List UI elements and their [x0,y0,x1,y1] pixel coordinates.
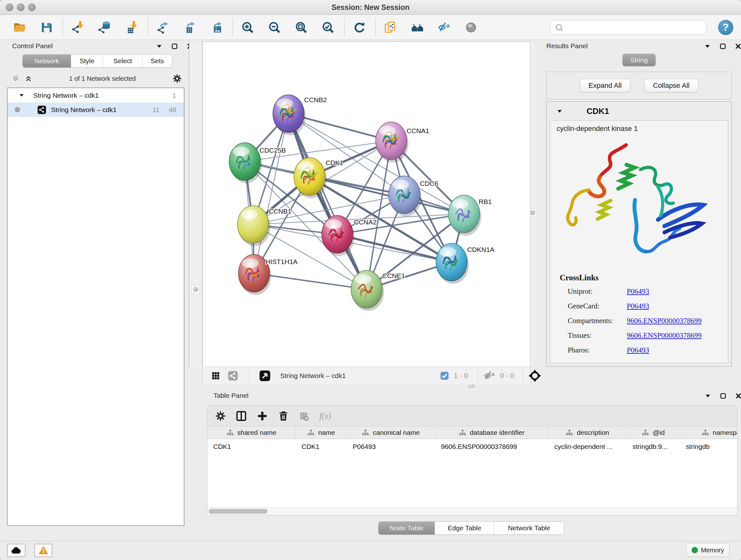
table-cell: P06493 [347,443,435,450]
hidden-count: 0 - 0 [500,367,514,384]
control-panel-collapse-icon[interactable] [156,43,163,50]
tab-edge-table[interactable]: Edge Table [435,522,494,535]
import-network-from-file-button[interactable] [69,18,87,37]
network-view-canvas[interactable]: CCNB2 CCNA1 CDC25B CDK1 CDC6 RB1 CCNB1 C… [202,42,530,367]
memory-button[interactable]: Memory [686,543,730,557]
tab-node-table[interactable]: Node Table [379,522,435,535]
crosslink-link[interactable]: 9606.ENSP00000378699 [627,317,702,325]
memory-label: Memory [701,547,724,554]
tasks-cloud-button[interactable] [7,544,25,557]
search-icon [555,23,564,33]
tab-style[interactable]: Style [71,55,103,67]
gene-collapse-triangle-icon[interactable] [556,108,563,115]
edge-CCNB2-CCNE1[interactable] [288,114,367,289]
import-table-from-file-button[interactable] [123,18,140,37]
node-table: f(x) shared namenamecanonical namedataba… [207,406,738,515]
expand-all-button[interactable]: Expand All [580,79,630,92]
zoom-fit-content-button[interactable] [292,18,310,37]
results-panel-title: Results Panel [546,42,588,50]
results-actions-box: Expand All Collapse All [546,72,732,99]
node-CCNB1[interactable]: CCNB1 [238,206,291,246]
node-CDC6[interactable]: CDC6 [389,176,438,216]
tab-string[interactable]: String [623,54,656,66]
collapse-all-button[interactable]: Collapse All [644,79,698,92]
zoom-out-button[interactable] [266,18,283,37]
edge-CCNB2-HIST1H1A[interactable] [254,114,288,273]
copy-network-button[interactable] [382,18,400,37]
search-input[interactable] [550,20,706,35]
table-panel-close-icon[interactable] [735,392,741,399]
node-CCNE1[interactable]: CCNE1 [351,270,405,311]
birds-eye-view-icon[interactable] [259,367,271,384]
open-session-button[interactable] [11,18,29,37]
hide-selected-button[interactable] [435,18,453,37]
left-splitter[interactable] [189,42,202,367]
main-toolbar: ? [0,15,741,40]
node-CCNA1[interactable]: CCNA1 [376,122,429,163]
zoom-selected-button[interactable] [319,18,337,37]
import-network-from-database-button[interactable] [96,18,114,37]
create-column-icon[interactable] [257,410,268,422]
refresh-view-button[interactable] [350,18,368,37]
table-options-gear-icon[interactable] [215,411,226,422]
tab-sets[interactable]: Sets [143,55,172,67]
column-header-description[interactable]: description [549,427,627,439]
warnings-button[interactable] [35,544,52,557]
scrollbar-thumb[interactable] [209,509,267,514]
collapse-all-networks-icon[interactable] [11,74,20,83]
column-header-namespace[interactable]: namespace [680,427,738,439]
column-header-database-identifier[interactable]: database identifier [435,427,549,439]
crosslink-link[interactable]: P06493 [627,302,649,310]
zoom-in-button[interactable] [239,18,257,37]
delete-column-icon[interactable] [278,410,289,422]
window-title: Session: New Session [0,0,741,15]
network-row-selected[interactable]: String Network – cdk1 11 48 [8,103,184,117]
hidden-eye-icon[interactable] [483,367,495,384]
show-columns-icon[interactable] [235,410,247,422]
table-panel-collapse-icon[interactable] [704,392,711,399]
node-CCNA2[interactable]: CCNA2 [322,215,377,256]
results-panel-collapse-icon[interactable] [704,43,711,50]
right-splitter[interactable] [530,42,535,367]
crosslink-link[interactable]: 9606.ENSP00000378699 [627,331,702,340]
control-panel-float-icon[interactable] [171,43,178,50]
help-button[interactable]: ? [718,20,733,35]
column-header-name[interactable]: name [296,427,347,439]
export-table-to-file-button[interactable] [181,18,199,37]
tab-network-table[interactable]: Network Table [494,522,564,535]
column-type-icon [362,429,369,436]
column-header-canonical-name[interactable]: canonical name [347,427,435,439]
column-header--id[interactable]: @id [627,427,680,439]
node-RB1[interactable]: RB1 [448,195,492,236]
table-row[interactable]: CDK1CDK1P064939606.ENSP00000378699cyclin… [207,439,737,454]
export-image-button[interactable] [207,18,225,37]
node-CCNB2[interactable]: CCNB2 [273,95,327,135]
horizontal-splitter-grip[interactable] [468,384,475,388]
tab-network[interactable]: Network [23,55,71,67]
node-CDKN1A[interactable]: CDKN1A [436,243,494,284]
save-session-button[interactable] [38,18,56,37]
function-builder-icon-disabled: f(x) [319,411,336,422]
grid-view-icon[interactable] [210,367,221,384]
network-options-gear-icon[interactable] [172,74,182,83]
results-panel-float-icon[interactable] [719,43,726,50]
gene-header[interactable]: CDK1 [547,102,731,120]
crosslink-link[interactable]: P06493 [627,287,649,296]
network-view-icon[interactable] [227,367,239,384]
collection-expand-triangle-icon[interactable] [18,92,24,98]
network-collection-row[interactable]: String Network – cdk1 1 [8,88,184,103]
results-panel-close-icon[interactable] [735,43,741,50]
table-horizontal-scrollbar[interactable] [207,507,737,515]
table-panel-float-icon[interactable] [720,392,727,399]
export-network-to-file-button[interactable] [154,18,172,37]
crosslink-link[interactable]: P06493 [627,346,649,354]
show-all-button[interactable] [462,18,480,37]
tab-select[interactable]: Select [103,55,143,67]
column-type-icon [459,429,466,436]
node-HIST1H1A[interactable]: HIST1H1A [239,254,297,295]
expand-all-networks-icon[interactable] [24,74,32,83]
first-neighbors-button[interactable] [408,18,426,37]
column-header-shared-name[interactable]: shared name [207,427,296,439]
left-splitter-grip[interactable] [192,285,200,294]
selected-checkbox-icon[interactable] [440,367,449,384]
